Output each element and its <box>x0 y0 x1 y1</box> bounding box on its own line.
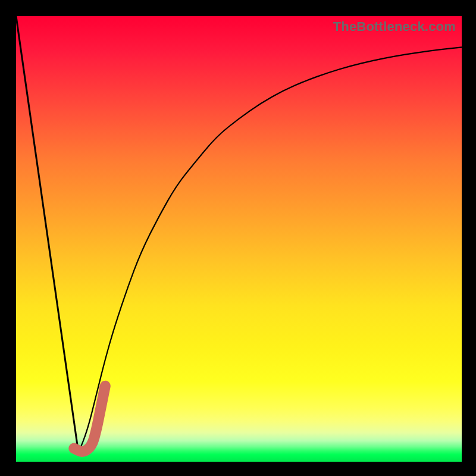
series-left-descent <box>16 16 79 453</box>
chart-frame: TheBottleneck.com <box>0 0 476 476</box>
chart-overlay <box>16 16 462 462</box>
series-recovery-curve <box>79 47 462 453</box>
plot-area: TheBottleneck.com <box>16 16 462 462</box>
